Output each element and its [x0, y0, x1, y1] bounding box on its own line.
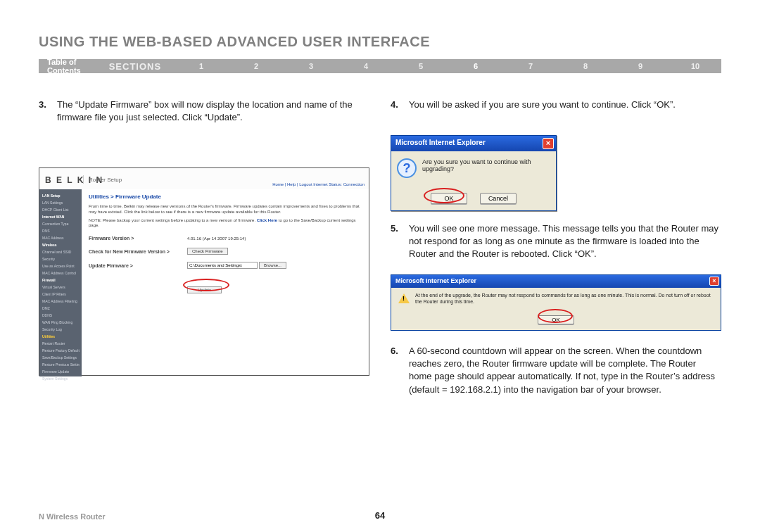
- section-1[interactable]: 1: [174, 62, 229, 70]
- sidebar-item[interactable]: Restart Router: [42, 340, 80, 347]
- intro-text: From time to time, Belkin may release ne…: [89, 204, 362, 215]
- fw-version-label: Firmware Version >: [89, 236, 187, 241]
- step-text: The “Update Firmware” box will now displ…: [57, 99, 369, 124]
- sidebar-item[interactable]: DDNS: [42, 312, 80, 319]
- dialog-titlebar: Microsoft Internet Explorer ×: [391, 275, 721, 288]
- section-navbar: Table of Contents SECTIONS 1 2 3 4 5 6 7…: [39, 59, 721, 73]
- update-fw-label: Update Firmware >: [89, 263, 187, 268]
- close-icon[interactable]: ×: [709, 277, 719, 286]
- sidebar-item[interactable]: DMZ: [42, 305, 80, 312]
- dialog-message: Are you sure you want to continue with u…: [422, 158, 550, 172]
- step-num: 5.: [391, 222, 409, 261]
- click-here-link[interactable]: Click Here: [257, 218, 277, 222]
- sidebar-item[interactable]: Use as Access Point: [42, 262, 80, 270]
- step-text: A 60-second countdown will appear on the…: [409, 345, 721, 396]
- cancel-button[interactable]: Cancel: [480, 193, 517, 204]
- note-text: NOTE: Please backup your current setting…: [89, 218, 362, 229]
- ok-button[interactable]: OK: [538, 315, 574, 324]
- right-column: 4. You will be asked if you are sure you…: [391, 99, 721, 120]
- note-prefix: NOTE: Please backup your current setting…: [89, 218, 257, 222]
- section-4[interactable]: 4: [338, 62, 393, 70]
- sidebar-item[interactable]: DHCP Client List: [42, 206, 80, 213]
- browse-button[interactable]: Browse...: [259, 262, 286, 269]
- warning-icon: [398, 293, 410, 303]
- panel-subtitle: Router Setup: [89, 177, 122, 183]
- step-4: 4. You will be asked if you are sure you…: [391, 99, 721, 111]
- sidebar-item[interactable]: LAN Setup: [42, 192, 80, 199]
- sidebar-item[interactable]: MAC Address Filtering: [42, 298, 80, 305]
- sidebar-item[interactable]: Firewall: [42, 277, 80, 284]
- breadcrumb: Utilities > Firmware Update: [89, 194, 362, 200]
- section-9[interactable]: 9: [613, 62, 668, 70]
- dialog-title: Microsoft Internet Explorer: [395, 277, 476, 284]
- sections-label: SECTIONS: [89, 61, 174, 72]
- top-links: Home | Help | Logout Internet Status: Co…: [272, 182, 365, 186]
- step-5: 5. You will see one more message. This m…: [391, 222, 721, 261]
- dialog-message: At the end of the upgrade, the Router ma…: [415, 292, 714, 305]
- page-title: USING THE WEB-BASED ADVANCED USER INTERF…: [39, 34, 430, 50]
- check-firmware-button[interactable]: Check Firmware: [187, 248, 228, 255]
- step-text: You will see one more message. This mess…: [409, 222, 721, 261]
- sidebar-item[interactable]: DNS: [42, 227, 80, 234]
- section-6[interactable]: 6: [448, 62, 503, 70]
- router-screenshot: B E L K I N Router Setup Home | Help | L…: [39, 167, 369, 376]
- update-fw-row: Update Firmware > C:\Documents and Setti…: [89, 262, 362, 269]
- step-num: 3.: [39, 99, 57, 124]
- footer-product: N Wireless Router: [39, 512, 106, 521]
- section-3[interactable]: 3: [284, 62, 338, 70]
- close-icon[interactable]: ×: [543, 138, 554, 149]
- step-text: You will be asked if you are sure you wa…: [409, 99, 721, 111]
- fw-version-value: 4.01.16 (Apr 14 2007 19:25:14): [187, 236, 246, 241]
- page-number: 64: [375, 510, 385, 521]
- section-7[interactable]: 7: [503, 62, 558, 70]
- sidebar-item[interactable]: Restore Factory Defaults: [42, 347, 80, 354]
- step-6: 6. A 60-second countdown will appear on …: [391, 345, 721, 396]
- section-8[interactable]: 8: [558, 62, 613, 70]
- sidebar-item[interactable]: Client IP Filters: [42, 291, 80, 298]
- step-num: 6.: [391, 345, 409, 396]
- sidebar-item[interactable]: Save/Backup Settings: [42, 354, 80, 361]
- sidebar-item[interactable]: Connection Type: [42, 220, 80, 227]
- check-fw-row: Check for New Firmware Version > Check F…: [89, 248, 362, 255]
- sidebar-item[interactable]: Security: [42, 255, 80, 262]
- fw-version-row: Firmware Version > 4.01.16 (Apr 14 2007 …: [89, 236, 362, 241]
- dialog-title: Microsoft Internet Explorer: [395, 139, 486, 146]
- update-button[interactable]: Update: [187, 286, 222, 293]
- file-path-input[interactable]: C:\Documents and Settings\: [187, 262, 258, 269]
- sidebar-item[interactable]: Internet WAN: [42, 213, 80, 220]
- confirm-dialog: Microsoft Internet Explorer × ? Are you …: [391, 135, 557, 211]
- toc-link[interactable]: Table of Contents: [39, 58, 89, 75]
- step-num: 4.: [391, 99, 409, 111]
- section-5[interactable]: 5: [393, 62, 448, 70]
- dialog-titlebar: Microsoft Internet Explorer ×: [391, 136, 556, 151]
- sidebar-item[interactable]: Virtual Servers: [42, 284, 80, 291]
- left-column: 3. The “Update Firmware” box will now di…: [39, 99, 369, 132]
- ok-button[interactable]: OK: [431, 193, 467, 204]
- sidebar-item[interactable]: System Settings: [42, 375, 80, 382]
- sidebar-item[interactable]: WAN Ping Blocking: [42, 319, 80, 326]
- info-dialog: Microsoft Internet Explorer × At the end…: [391, 274, 721, 331]
- sidebar-item[interactable]: Utilities: [42, 333, 80, 340]
- divider: [83, 175, 84, 184]
- section-2[interactable]: 2: [229, 62, 284, 70]
- sidebar-item[interactable]: MAC Address: [42, 234, 80, 241]
- sidebar-item[interactable]: Restore Previous Settings: [42, 361, 80, 368]
- step-3: 3. The “Update Firmware” box will now di…: [39, 99, 369, 124]
- sidebar-item[interactable]: Wireless: [42, 241, 80, 248]
- sidebar-item[interactable]: LAN Settings: [42, 199, 80, 206]
- sidebar-item[interactable]: MAC Address Control: [42, 270, 80, 277]
- question-icon: ?: [397, 158, 417, 178]
- section-10[interactable]: 10: [668, 62, 723, 70]
- sidebar-item[interactable]: Security Log: [42, 326, 80, 333]
- check-fw-label: Check for New Firmware Version >: [89, 249, 187, 254]
- sidebar-item[interactable]: Firmware Update: [42, 368, 80, 375]
- sidebar-item[interactable]: Channel and SSID: [42, 248, 80, 255]
- sidebar: LAN SetupLAN SettingsDHCP Client ListInt…: [39, 189, 82, 376]
- panel-body: Utilities > Firmware Update From time to…: [82, 189, 369, 375]
